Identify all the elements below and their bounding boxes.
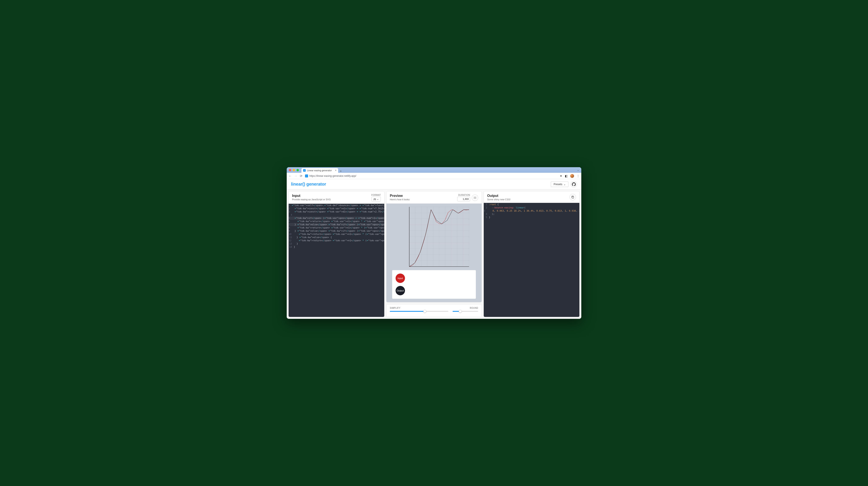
simplify-slider[interactable] bbox=[390, 311, 448, 312]
input-code-editor[interactable]: 1="tok-var">self</span>.="tok-def">bounc… bbox=[289, 204, 384, 317]
sidepanel-icon[interactable]: ◧ bbox=[565, 174, 568, 178]
duration-input[interactable] bbox=[457, 197, 470, 201]
round-slider[interactable] bbox=[453, 311, 478, 312]
presets-label: Presets bbox=[554, 183, 562, 186]
github-icon bbox=[572, 182, 576, 186]
app-title: linear() generator bbox=[291, 182, 326, 187]
format-label: FORMAT bbox=[371, 194, 381, 196]
github-link[interactable] bbox=[570, 181, 577, 187]
copy-button[interactable] bbox=[569, 194, 576, 200]
main-content: Input Provide easing as JavaScript or SV… bbox=[287, 189, 581, 318]
input-panel-title: Input bbox=[292, 194, 331, 198]
input-ball: Input bbox=[396, 274, 405, 283]
simplify-label: SIMPLIFY bbox=[390, 307, 401, 309]
format-value: JS bbox=[373, 198, 376, 201]
url-text: https://linear-easing-generator.netlify.… bbox=[309, 175, 356, 177]
extensions-icon[interactable]: ✦ bbox=[560, 174, 562, 178]
round-label: ROUND bbox=[470, 307, 478, 309]
profile-avatar[interactable] bbox=[570, 174, 574, 178]
output-panel-title: Output bbox=[487, 194, 510, 198]
toolbar: ← → ⟳ ⟋ https://linear-easing-generator.… bbox=[287, 173, 581, 179]
preview-panel-subtitle: Here's how it looks: bbox=[390, 198, 410, 201]
site-info-icon[interactable]: ⟋ bbox=[305, 175, 308, 177]
preview-panel: Preview Here's how it looks: DURATION bbox=[386, 191, 482, 302]
maximize-window-button[interactable] bbox=[297, 169, 299, 171]
presets-dropdown[interactable]: Presets ⌄ bbox=[551, 182, 568, 187]
address-bar[interactable]: ⟋ https://linear-easing-generator.netlif… bbox=[305, 175, 558, 177]
copy-icon bbox=[571, 195, 574, 199]
new-tab-button[interactable]: + bbox=[340, 169, 342, 173]
svg-rect-24 bbox=[572, 196, 574, 199]
favicon-icon: ⟋ bbox=[303, 169, 306, 172]
traffic-lights bbox=[289, 169, 299, 171]
titlebar: ⟋ Linear easing generator × + ⌄ bbox=[287, 167, 581, 173]
output-ball-label: Output bbox=[397, 289, 404, 292]
input-panel-subtitle: Provide easing as JavaScript or SVG bbox=[292, 198, 331, 201]
browser-window: ⟋ Linear easing generator × + ⌄ ← → ⟳ ⟋ … bbox=[287, 167, 581, 318]
input-panel: Input Provide easing as JavaScript or SV… bbox=[288, 191, 384, 317]
back-button[interactable]: ← bbox=[288, 174, 292, 178]
close-tab-icon[interactable]: × bbox=[335, 169, 336, 172]
controls-panel: SIMPLIFY ROUND bbox=[386, 304, 482, 317]
preview-body: Input Output bbox=[386, 204, 482, 302]
output-code-viewer[interactable]: 1:root {2 --bounce-easing: linear(3 0, 0… bbox=[484, 203, 579, 317]
kebab-menu-icon[interactable]: ⋮ bbox=[577, 174, 580, 178]
chevron-down-icon: ⌄ bbox=[564, 183, 566, 186]
animation-demo: Input Output bbox=[392, 270, 476, 299]
chevron-down-icon: ⌄ bbox=[377, 198, 379, 201]
easing-chart bbox=[386, 204, 482, 270]
toolbar-right: ✦ ◧ ⋮ bbox=[560, 174, 580, 178]
tab-strip: ⟋ Linear easing generator × + bbox=[302, 167, 342, 173]
tab-title: Linear easing generator bbox=[307, 169, 332, 172]
play-pause-button[interactable] bbox=[472, 194, 478, 201]
close-window-button[interactable] bbox=[289, 169, 291, 171]
input-ball-label: Input bbox=[398, 277, 403, 279]
reload-button[interactable]: ⟳ bbox=[300, 174, 303, 178]
window-menu-chevron-icon[interactable]: ⌄ bbox=[577, 169, 579, 172]
forward-button[interactable]: → bbox=[294, 174, 298, 178]
output-panel-subtitle: Some shiny new CSS! bbox=[487, 198, 510, 201]
preview-panel-title: Preview bbox=[390, 194, 410, 198]
duration-label: DURATION bbox=[457, 194, 470, 196]
output-panel: Output Some shiny new CSS! 1:root {2 --b… bbox=[484, 191, 580, 317]
format-select[interactable]: JS ⌄ bbox=[371, 197, 381, 202]
browser-tab[interactable]: ⟋ Linear easing generator × bbox=[302, 168, 338, 173]
pause-icon bbox=[473, 196, 476, 199]
minimize-window-button[interactable] bbox=[293, 169, 295, 171]
output-ball: Output bbox=[396, 286, 405, 295]
app-header: linear() generator Presets ⌄ bbox=[287, 179, 581, 189]
